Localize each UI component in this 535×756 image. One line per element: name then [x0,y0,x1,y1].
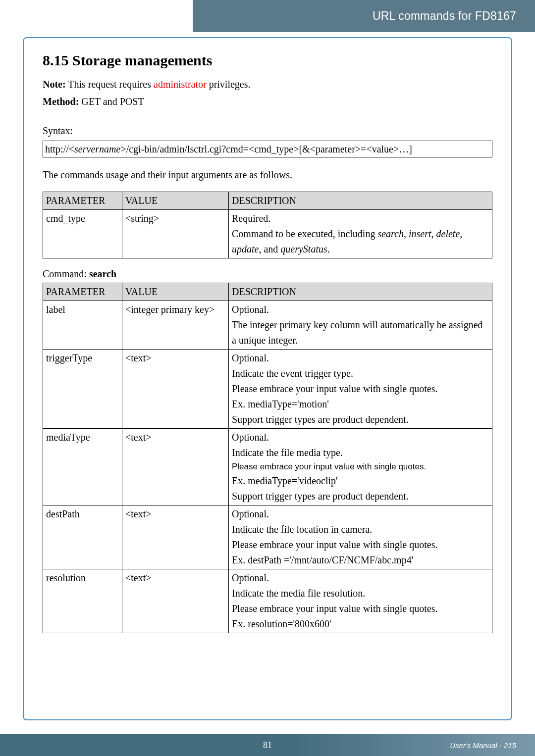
desc-cell: Optional. Indicate the file media type. … [229,429,492,505]
param-cell: label [43,301,122,350]
desc-line: Required. [232,211,489,226]
table-header-row: PARAMETER VALUE DESCRIPTION [43,192,492,210]
footer: 81 User's Manual - 215 [0,734,535,756]
param-cell: destPath [43,505,122,569]
desc-line: Support trigger types are product depend… [232,489,489,504]
table-row: label <integer primary key> Optional. Th… [43,301,492,350]
table-row: triggerType <text> Optional. Indicate th… [43,350,492,429]
syntax-box: http://<servername>/cgi-bin/admin/lsctrl… [43,141,492,157]
command-name: search [89,268,116,279]
value-cell: <text> [122,569,229,633]
header-title: URL commands for FD8167 [373,9,535,23]
note-label: Note: [43,79,66,90]
desc-cell: Optional. Indicate the file location in … [229,505,492,569]
value-cell: <text> [122,429,229,505]
manual-label: User's Manual - 215 [450,741,516,750]
desc-line: Optional. [232,430,489,445]
note-pre: This request requires [66,79,154,90]
search-params-table: PARAMETER VALUE DESCRIPTION label <integ… [43,283,492,633]
note-admin: administrator [154,79,207,90]
section-heading: 8.15 Storage managements [43,52,492,69]
desc-line: Indicate the file media type. [232,445,489,460]
table-header-row: PARAMETER VALUE DESCRIPTION [43,283,492,301]
syntax-prefix: http://< [45,144,74,154]
param-cell: resolution [43,569,122,633]
syntax-servername: servername [74,144,120,154]
value-cell: <text> [122,505,229,569]
table-row: resolution <text> Optional. Indicate the… [43,569,492,633]
th-value: VALUE [122,192,229,210]
desc-cell: Required. Command to be executed, includ… [229,210,492,258]
desc-cell: Optional. The integer primary key column… [229,301,492,350]
command-line: Command: search [43,266,492,282]
method-label: Method: [43,96,79,107]
desc-line: Indicate the file location in camera. [232,522,489,537]
desc-line: Optional. [232,570,489,586]
page-number: 81 [263,740,272,751]
desc-line: Optional. [232,302,489,317]
desc-cell: Optional. Indicate the media file resolu… [229,569,492,633]
th-value: VALUE [122,283,229,301]
note-line: Note: This request requires administrato… [43,77,492,92]
param-cell: mediaType [43,429,122,505]
content-frame: 8.15 Storage managements Note: This requ… [23,37,512,720]
desc-line: Command to be executed, including search… [232,226,489,242]
desc-line: Optional. [232,506,489,522]
desc-line: Ex. destPath ='/mnt/auto/CF/NCMF/abc.mp4… [232,553,489,568]
desc-line: Please embrace your input value with sin… [232,460,489,473]
th-parameter: PARAMETER [43,192,122,210]
param-cell: triggerType [43,350,122,429]
desc-line: Please embrace your input value with sin… [232,601,489,616]
table-row: cmd_type <string> Required. Command to b… [43,210,492,258]
method-line: Method: GET and POST [43,94,492,109]
desc-line: Please embrace your input value with sin… [232,537,489,553]
desc-line: Optional. [232,351,489,366]
desc-line: Please embrace your input value with sin… [232,381,489,397]
desc-line: Ex. mediaType='motion' [232,397,489,412]
param-cell: cmd_type [43,210,122,258]
desc-line: update, and queryStatus. [232,242,489,257]
value-cell: <text> [122,350,229,429]
table-row: destPath <text> Optional. Indicate the f… [43,505,492,569]
table-row: mediaType <text> Optional. Indicate the … [43,429,492,505]
th-parameter: PARAMETER [43,283,122,301]
syntax-rest: >/cgi-bin/admin/lsctrl.cgi?cmd=<cmd_type… [120,144,412,154]
th-description: DESCRIPTION [229,283,492,301]
desc-line: Indicate the media file resolution. [232,586,489,601]
usage-line: The commands usage and their input argum… [43,167,492,183]
value-cell: <string> [122,210,229,258]
desc-line: Support trigger types are product depend… [232,412,489,427]
th-description: DESCRIPTION [229,192,492,210]
page: URL commands for FD8167 8.15 Storage man… [0,0,535,756]
header-band: URL commands for FD8167 [0,0,535,32]
cmd-type-table: PARAMETER VALUE DESCRIPTION cmd_type <st… [43,192,492,258]
syntax-label: Syntax: [43,123,492,139]
desc-line: Indicate the event trigger type. [232,366,489,381]
desc-cell: Optional. Indicate the event trigger typ… [229,350,492,429]
note-post: privileges. [207,79,251,90]
desc-line: Ex. resolution='800x600' [232,616,489,632]
method-text: GET and POST [79,96,144,107]
desc-line: The integer primary key column will auto… [232,317,489,348]
command-label: Command: [43,268,89,279]
value-cell: <integer primary key> [122,301,229,350]
desc-line: Ex. mediaType='videoclip' [232,473,489,489]
